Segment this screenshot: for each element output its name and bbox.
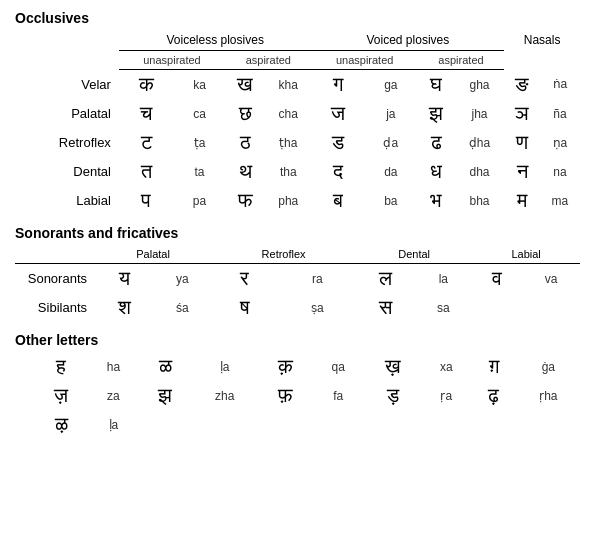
devanagari-char: ख़ — [364, 352, 422, 381]
row-label: Sonorants — [15, 264, 95, 294]
devanagari-char: भ — [418, 186, 455, 215]
palatal-header: Palatal — [95, 245, 211, 264]
devanagari-char: स — [356, 293, 415, 322]
roman-text — [192, 410, 258, 439]
devanagari-char: त — [119, 157, 174, 186]
dental-header: Dental — [356, 245, 472, 264]
sonorants-table: Palatal Retroflex Dental Labial Sonorant… — [15, 245, 580, 322]
roman-text: qa — [313, 352, 364, 381]
devanagari-char: प — [119, 186, 174, 215]
devanagari-char: च — [119, 99, 174, 128]
other-title: Other letters — [15, 332, 580, 348]
roman-text: ḍha — [455, 128, 504, 157]
devanagari-char: झ — [139, 381, 192, 410]
roman-text: ha — [88, 352, 139, 381]
retroflex-header: Retroflex — [211, 245, 356, 264]
roman-text: fa — [313, 381, 364, 410]
devanagari-char: न — [504, 157, 540, 186]
nasals-header: Nasals — [504, 30, 580, 51]
roman-text: pha — [265, 186, 312, 215]
roman-text — [313, 410, 364, 439]
roman-text: ña — [540, 99, 580, 128]
devanagari-char: ठ — [225, 128, 265, 157]
roman-text: za — [88, 381, 139, 410]
aspirated-1-header: aspirated — [225, 51, 311, 70]
other-section: Other letters हhaळḷaक़qaख़xaग़ġaज़zaझzha… — [15, 332, 580, 439]
roman-text: ya — [154, 264, 212, 294]
row-label: Labial — [15, 186, 119, 215]
devanagari-char: ढ — [418, 128, 455, 157]
roman-text — [517, 410, 580, 439]
roman-text: gha — [455, 70, 504, 100]
roman-text: ba — [364, 186, 418, 215]
roman-text: la — [415, 264, 473, 294]
devanagari-char: छ — [225, 99, 265, 128]
roman-text: ṣa — [279, 293, 357, 322]
devanagari-char: म — [504, 186, 540, 215]
devanagari-char: झ — [418, 99, 455, 128]
roman-text: na — [540, 157, 580, 186]
roman-text: ga — [364, 70, 418, 100]
roman-text: ḷa — [88, 410, 139, 439]
devanagari-char: क — [119, 70, 174, 100]
roman-text: sa — [415, 293, 473, 322]
roman-text: zha — [192, 381, 258, 410]
devanagari-char: ज़ — [35, 381, 88, 410]
devanagari-char: ज — [312, 99, 364, 128]
devanagari-char: ण — [504, 128, 540, 157]
occlusives-section: Occlusives Voiceless plosives Voiced plo… — [15, 10, 580, 215]
roman-text: ṅa — [540, 70, 580, 100]
other-table: हhaळḷaक़qaख़xaग़ġaज़zaझzhaफ़faड़ṛaढ़ṛhaऴ… — [15, 352, 580, 439]
devanagari-char: ञ — [504, 99, 540, 128]
devanagari-char — [364, 410, 422, 439]
row-label: Retroflex — [15, 128, 119, 157]
empty-label — [15, 410, 35, 439]
devanagari-char: ख — [225, 70, 265, 100]
roman-text: ṭa — [174, 128, 225, 157]
roman-text: ca — [174, 99, 225, 128]
sonorants-section: Sonorants and fricatives Palatal Retrofl… — [15, 225, 580, 322]
devanagari-char: थ — [225, 157, 265, 186]
devanagari-char: ऴ — [35, 410, 88, 439]
empty-label — [15, 381, 35, 410]
roman-text: bha — [455, 186, 504, 215]
devanagari-char: ड — [312, 128, 364, 157]
roman-text: ṇa — [540, 128, 580, 157]
roman-text: ma — [540, 186, 580, 215]
row-label: Velar — [15, 70, 119, 100]
devanagari-char — [139, 410, 192, 439]
devanagari-char: ट — [119, 128, 174, 157]
row-label: Palatal — [15, 99, 119, 128]
devanagari-char — [257, 410, 312, 439]
roman-text: ḷa — [192, 352, 258, 381]
devanagari-char: ळ — [139, 352, 192, 381]
row-label: Sibilants — [15, 293, 95, 322]
roman-text: ṛha — [517, 381, 580, 410]
voiceless-header: Voiceless plosives — [119, 30, 312, 51]
devanagari-char: ग़ — [471, 352, 517, 381]
devanagari-char: ष — [211, 293, 278, 322]
roman-text: pa — [174, 186, 225, 215]
devanagari-char: य — [95, 264, 154, 294]
roman-text: ṭha — [265, 128, 312, 157]
roman-text: kha — [265, 70, 312, 100]
devanagari-char: फ — [225, 186, 265, 215]
devanagari-char: ङ — [504, 70, 540, 100]
devanagari-char: ढ़ — [471, 381, 517, 410]
labial-header: Labial — [472, 245, 580, 264]
roman-text: dha — [455, 157, 504, 186]
devanagari-char: ब — [312, 186, 364, 215]
devanagari-char: द — [312, 157, 364, 186]
roman-text — [421, 410, 471, 439]
sonorants-title: Sonorants and fricatives — [15, 225, 580, 241]
roman-text: ta — [174, 157, 225, 186]
aspirated-2-header: aspirated — [418, 51, 504, 70]
roman-text — [522, 293, 580, 322]
devanagari-char: ग — [312, 70, 364, 100]
devanagari-char: क़ — [257, 352, 312, 381]
devanagari-char: ध — [418, 157, 455, 186]
occlusives-table: Voiceless plosives Voiced plosives Nasal… — [15, 30, 580, 215]
roman-text: ra — [279, 264, 357, 294]
roman-text: va — [522, 264, 580, 294]
roman-text: ġa — [517, 352, 580, 381]
